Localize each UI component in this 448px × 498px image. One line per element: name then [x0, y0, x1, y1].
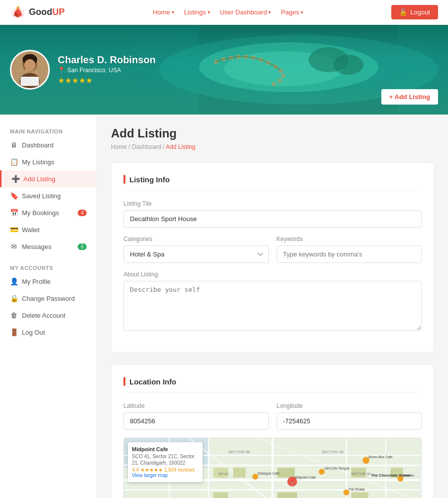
breadcrumb-home[interactable]: Home — [111, 143, 127, 150]
sidebar-delete-label: Delete Account — [22, 312, 65, 319]
sidebar-item-my-bookings[interactable]: 📅 My Bookings 4 — [0, 204, 97, 221]
map-info-box: Midpoint Cafe SCO 41, Sector 21C, Sector… — [128, 442, 203, 482]
svg-text:SECTOR 26: SECTOR 26 — [351, 472, 370, 476]
logout-button[interactable]: 🔓 Logout — [391, 5, 438, 19]
about-textarea[interactable] — [123, 281, 422, 331]
keywords-input[interactable] — [277, 246, 422, 263]
categories-group: Categories Hotel & Spa Restaurant Shoppi… — [123, 236, 269, 263]
location-info-section: Location Info Latitude Longitude — [111, 365, 434, 498]
dashboard-icon: 🖥 — [10, 141, 18, 149]
sidebar-dashboard-label: Dashboard — [22, 141, 54, 149]
nav-home[interactable]: Home ▾ — [153, 8, 174, 16]
sidebar-item-change-password[interactable]: 🔒 Change Password — [0, 290, 97, 307]
longitude-label: Longitude — [277, 402, 422, 409]
listing-title-group: Listing Tile — [123, 200, 422, 228]
svg-text:Pal Dhaba: Pal Dhaba — [349, 488, 365, 491]
logout-icon: 🔓 — [399, 8, 407, 16]
sidebar-bookings-label: My Bookings — [22, 209, 59, 217]
messages-icon: ✉ — [10, 243, 18, 250]
red-bar-icon — [123, 175, 125, 184]
location-icon: 📍 — [58, 67, 65, 74]
latitude-label: Latitude — [123, 402, 269, 409]
top-nav: GoodUP Home ▾ Listings ▾ User Dashboard … — [0, 0, 448, 25]
listing-title-label: Listing Tile — [123, 200, 422, 207]
longitude-input[interactable] — [277, 412, 422, 430]
breadcrumb-add-listing: Add Listing — [166, 143, 195, 150]
sidebar-messages-label: Messages — [22, 243, 51, 250]
hero-info: Charles D. Robinson 📍 San Francisco, USA… — [58, 54, 156, 85]
svg-rect-60 — [277, 493, 297, 498]
avatar — [10, 50, 50, 90]
add-listing-hero-button[interactable]: + Add Listing — [381, 89, 438, 105]
svg-rect-84 — [420, 468, 421, 495]
svg-text:SECTOR 38: SECTOR 38 — [228, 450, 250, 454]
logo: GoodUP — [10, 4, 65, 20]
svg-text:DR 41: DR 41 — [219, 472, 228, 476]
sidebar-saved-label: Saved Listing — [22, 192, 61, 200]
sidebar-main-nav-title: Main Navigation — [0, 124, 97, 136]
sidebar-logout-label: Log Out — [22, 329, 45, 336]
sidebar-item-messages[interactable]: ✉ Messages 6 — [0, 238, 97, 255]
nav-user-dashboard[interactable]: User Dashboard ▾ — [220, 8, 271, 16]
profile-icon: 👤 — [10, 277, 18, 285]
svg-rect-59 — [214, 493, 228, 498]
main-layout: Main Navigation 🖥 Dashboard 📋 My Listing… — [0, 115, 448, 498]
breadcrumb-dashboard[interactable]: Dashboard — [132, 143, 161, 150]
messages-badge: 6 — [78, 244, 87, 250]
logo-up: UP — [52, 7, 65, 17]
map-container[interactable]: SECTOR 38 SECTOR 38 SECTOR 26 DR 41 📍 Bo… — [123, 438, 422, 498]
svg-text:ISKCON Temple: ISKCON Temple — [324, 467, 349, 471]
bookings-badge: 4 — [78, 210, 87, 216]
sidebar-item-add-listing[interactable]: ➕ Add Listing — [0, 170, 97, 187]
location-info-header: Location Info — [123, 377, 422, 392]
sidebar-item-dashboard[interactable]: 🖥 Dashboard — [0, 136, 97, 153]
sidebar-add-listing-label: Add Listing — [23, 175, 55, 183]
nav-listings[interactable]: Listings ▾ — [184, 8, 210, 16]
listings-icon: 📋 — [10, 158, 18, 166]
hero-username: Charles D. Robinson — [58, 54, 156, 66]
sidebar-item-logout[interactable]: 🚪 Log Out — [0, 324, 97, 341]
categories-select[interactable]: Hotel & Spa Restaurant Shopping Sports — [123, 246, 269, 263]
sidebar-my-accounts-title: My Accounts — [0, 261, 97, 273]
categories-label: Categories — [123, 236, 269, 243]
longitude-group: Longitude — [277, 402, 422, 430]
latitude-input[interactable] — [123, 412, 269, 430]
breadcrumb: Home / Dashboard / Add Listing — [111, 143, 434, 150]
map-place-addr: SCO 41, Sector 21C, Sector 21, Chandigar… — [132, 453, 199, 466]
svg-text:Garden: Garden — [403, 474, 414, 477]
listing-info-header: Listing Info — [123, 175, 422, 190]
categories-keywords-row: Categories Hotel & Spa Restaurant Shoppi… — [123, 236, 422, 271]
nav-pages[interactable]: Pages ▾ — [281, 8, 303, 16]
delete-icon: 🗑 — [10, 311, 18, 319]
svg-rect-41 — [21, 77, 39, 86]
listing-title-input[interactable] — [123, 210, 422, 228]
sidebar-wallet-label: Wallet — [22, 226, 40, 234]
sidebar-item-delete-account[interactable]: 🗑 Delete Account — [0, 307, 97, 324]
page-title: Add Listing — [111, 126, 434, 140]
sidebar-item-my-listings[interactable]: 📋 My Listings — [0, 153, 97, 170]
map-place-rating: 4.4 ★★★★★ 1,934 reviews — [132, 467, 199, 473]
main-content: Add Listing Home / Dashboard / Add Listi… — [97, 115, 448, 498]
logo-good: Good — [29, 7, 52, 17]
map-place-name: Midpoint Cafe — [132, 446, 199, 452]
keywords-group: Keywords — [277, 236, 422, 263]
keywords-label: Keywords — [277, 236, 422, 243]
sidebar-profile-label: My Profile — [22, 278, 51, 285]
sidebar-item-my-profile[interactable]: 👤 My Profile — [0, 273, 97, 290]
logout-sidebar-icon: 🚪 — [10, 328, 18, 336]
hero-stars: ★★★★★ — [58, 76, 156, 85]
sidebar-item-wallet[interactable]: 💳 Wallet — [0, 221, 97, 238]
svg-rect-58 — [277, 468, 295, 478]
sidebar-my-listings-label: My Listings — [22, 158, 54, 166]
add-listing-icon: ➕ — [11, 175, 19, 183]
about-label: About Listing — [123, 271, 422, 278]
password-icon: 🔒 — [10, 294, 18, 302]
sidebar-password-label: Change Password — [22, 295, 75, 302]
location-red-bar-icon — [123, 377, 125, 386]
bookings-icon: 📅 — [10, 209, 18, 217]
sidebar: Main Navigation 🖥 Dashboard 📋 My Listing… — [0, 115, 97, 498]
wallet-icon: 💳 — [10, 226, 18, 234]
svg-rect-57 — [233, 468, 245, 478]
sidebar-item-saved-listing[interactable]: 🔖 Saved Listing — [0, 187, 97, 204]
map-view-larger[interactable]: View larger map — [132, 473, 168, 478]
